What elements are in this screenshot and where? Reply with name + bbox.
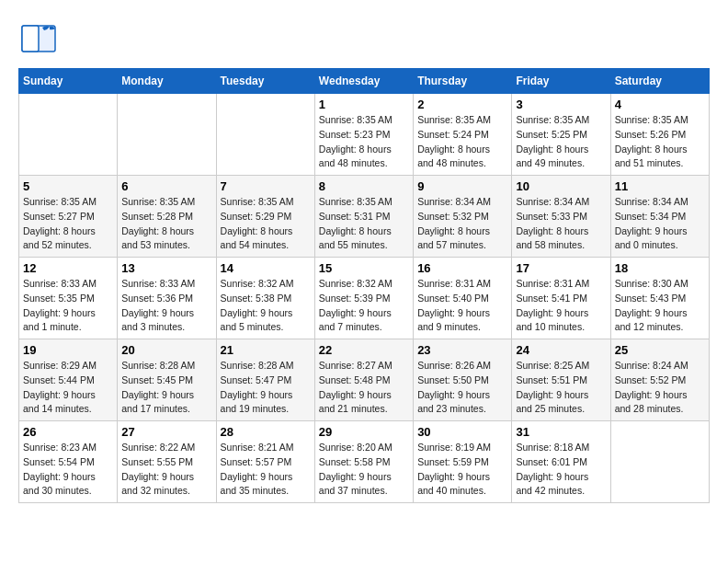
- calendar-cell: 18Sunrise: 8:30 AMSunset: 5:43 PMDayligh…: [610, 258, 709, 339]
- calendar-cell: 8Sunrise: 8:35 AMSunset: 5:31 PMDaylight…: [314, 176, 413, 258]
- day-info: Sunrise: 8:35 AMSunset: 5:26 PMDaylight:…: [615, 113, 705, 171]
- svg-rect-1: [22, 26, 39, 52]
- day-number: 6: [121, 179, 211, 193]
- day-info: Sunrise: 8:35 AMSunset: 5:28 PMDaylight:…: [121, 195, 211, 253]
- weekday-header-row: SundayMondayTuesdayWednesdayThursdayFrid…: [19, 69, 710, 94]
- day-info: Sunrise: 8:35 AMSunset: 5:24 PMDaylight:…: [417, 113, 507, 171]
- day-info: Sunrise: 8:35 AMSunset: 5:25 PMDaylight:…: [516, 113, 606, 171]
- calendar-header: SundayMondayTuesdayWednesdayThursdayFrid…: [19, 69, 710, 94]
- calendar-cell: 27Sunrise: 8:22 AMSunset: 5:55 PMDayligh…: [118, 421, 216, 503]
- calendar-cell: 25Sunrise: 8:24 AMSunset: 5:52 PMDayligh…: [610, 339, 709, 421]
- calendar-cell: 30Sunrise: 8:19 AMSunset: 5:59 PMDayligh…: [414, 421, 512, 503]
- calendar-cell: 21Sunrise: 8:28 AMSunset: 5:47 PMDayligh…: [216, 339, 314, 421]
- day-number: 18: [615, 261, 705, 275]
- day-number: 31: [516, 425, 606, 439]
- calendar-table: SundayMondayTuesdayWednesdayThursdayFrid…: [18, 68, 710, 503]
- calendar-week-3: 12Sunrise: 8:33 AMSunset: 5:35 PMDayligh…: [19, 258, 710, 339]
- calendar-cell: 17Sunrise: 8:31 AMSunset: 5:41 PMDayligh…: [512, 258, 610, 339]
- calendar-cell: 10Sunrise: 8:34 AMSunset: 5:33 PMDayligh…: [512, 176, 610, 258]
- calendar-cell: 7Sunrise: 8:35 AMSunset: 5:29 PMDaylight…: [216, 176, 314, 258]
- day-info: Sunrise: 8:20 AMSunset: 5:58 PMDaylight:…: [319, 441, 409, 499]
- calendar-cell: 5Sunrise: 8:35 AMSunset: 5:27 PMDaylight…: [19, 176, 118, 258]
- day-number: 5: [23, 179, 113, 193]
- day-number: 8: [319, 179, 409, 193]
- calendar-cell: 12Sunrise: 8:33 AMSunset: 5:35 PMDayligh…: [19, 258, 118, 339]
- calendar-cell: 9Sunrise: 8:34 AMSunset: 5:32 PMDaylight…: [414, 176, 512, 258]
- day-info: Sunrise: 8:35 AMSunset: 5:23 PMDaylight:…: [319, 113, 409, 171]
- weekday-header-tuesday: Tuesday: [216, 69, 314, 94]
- day-info: Sunrise: 8:34 AMSunset: 5:34 PMDaylight:…: [615, 195, 705, 253]
- day-number: 20: [121, 343, 211, 357]
- weekday-header-monday: Monday: [118, 69, 216, 94]
- day-number: 22: [319, 343, 409, 357]
- calendar-cell: [610, 421, 709, 503]
- day-number: 26: [23, 425, 113, 439]
- calendar-cell: 14Sunrise: 8:32 AMSunset: 5:38 PMDayligh…: [216, 258, 314, 339]
- day-number: 19: [23, 343, 113, 357]
- calendar-cell: 26Sunrise: 8:23 AMSunset: 5:54 PMDayligh…: [19, 421, 118, 503]
- calendar-cell: 23Sunrise: 8:26 AMSunset: 5:50 PMDayligh…: [414, 339, 512, 421]
- day-info: Sunrise: 8:21 AMSunset: 5:57 PMDaylight:…: [221, 441, 311, 499]
- day-number: 12: [23, 261, 113, 275]
- calendar-cell: 3Sunrise: 8:35 AMSunset: 5:25 PMDaylight…: [512, 94, 610, 176]
- day-info: Sunrise: 8:28 AMSunset: 5:47 PMDaylight:…: [221, 359, 311, 417]
- calendar-cell: 15Sunrise: 8:32 AMSunset: 5:39 PMDayligh…: [314, 258, 413, 339]
- day-info: Sunrise: 8:34 AMSunset: 5:32 PMDaylight:…: [417, 195, 507, 253]
- day-info: Sunrise: 8:33 AMSunset: 5:36 PMDaylight:…: [121, 277, 211, 335]
- day-info: Sunrise: 8:24 AMSunset: 5:52 PMDaylight:…: [615, 359, 705, 417]
- day-info: Sunrise: 8:29 AMSunset: 5:44 PMDaylight:…: [23, 359, 113, 417]
- logo-icon: [18, 18, 59, 59]
- day-number: 4: [615, 98, 705, 111]
- calendar-cell: [216, 94, 314, 176]
- day-number: 17: [516, 261, 606, 275]
- day-number: 23: [417, 343, 507, 357]
- day-number: 9: [417, 179, 507, 193]
- day-info: Sunrise: 8:25 AMSunset: 5:51 PMDaylight:…: [516, 359, 606, 417]
- calendar-week-2: 5Sunrise: 8:35 AMSunset: 5:27 PMDaylight…: [19, 176, 710, 258]
- calendar-cell: [118, 94, 216, 176]
- day-number: 15: [319, 261, 409, 275]
- day-number: 10: [516, 179, 606, 193]
- calendar-cell: 2Sunrise: 8:35 AMSunset: 5:24 PMDaylight…: [414, 94, 512, 176]
- calendar-cell: 19Sunrise: 8:29 AMSunset: 5:44 PMDayligh…: [19, 339, 118, 421]
- calendar-cell: 29Sunrise: 8:20 AMSunset: 5:58 PMDayligh…: [314, 421, 413, 503]
- day-number: 25: [615, 343, 705, 357]
- day-info: Sunrise: 8:22 AMSunset: 5:55 PMDaylight:…: [121, 441, 211, 499]
- day-number: 13: [121, 261, 211, 275]
- weekday-header-wednesday: Wednesday: [314, 69, 413, 94]
- day-info: Sunrise: 8:35 AMSunset: 5:31 PMDaylight:…: [319, 195, 409, 253]
- day-number: 16: [417, 261, 507, 275]
- logo: [18, 18, 63, 59]
- day-info: Sunrise: 8:18 AMSunset: 6:01 PMDaylight:…: [516, 441, 606, 499]
- page-header: [18, 18, 710, 59]
- day-number: 21: [221, 343, 311, 357]
- calendar-cell: 13Sunrise: 8:33 AMSunset: 5:36 PMDayligh…: [118, 258, 216, 339]
- day-info: Sunrise: 8:35 AMSunset: 5:29 PMDaylight:…: [221, 195, 311, 253]
- calendar-cell: 28Sunrise: 8:21 AMSunset: 5:57 PMDayligh…: [216, 421, 314, 503]
- weekday-header-saturday: Saturday: [610, 69, 709, 94]
- calendar-cell: 11Sunrise: 8:34 AMSunset: 5:34 PMDayligh…: [610, 176, 709, 258]
- day-number: 24: [516, 343, 606, 357]
- calendar-week-4: 19Sunrise: 8:29 AMSunset: 5:44 PMDayligh…: [19, 339, 710, 421]
- day-number: 7: [221, 179, 311, 193]
- day-info: Sunrise: 8:33 AMSunset: 5:35 PMDaylight:…: [23, 277, 113, 335]
- day-info: Sunrise: 8:35 AMSunset: 5:27 PMDaylight:…: [23, 195, 113, 253]
- day-info: Sunrise: 8:27 AMSunset: 5:48 PMDaylight:…: [319, 359, 409, 417]
- calendar-week-5: 26Sunrise: 8:23 AMSunset: 5:54 PMDayligh…: [19, 421, 710, 503]
- day-info: Sunrise: 8:23 AMSunset: 5:54 PMDaylight:…: [23, 441, 113, 499]
- day-info: Sunrise: 8:34 AMSunset: 5:33 PMDaylight:…: [516, 195, 606, 253]
- calendar-cell: 16Sunrise: 8:31 AMSunset: 5:40 PMDayligh…: [414, 258, 512, 339]
- day-number: 28: [221, 425, 311, 439]
- day-number: 30: [417, 425, 507, 439]
- day-number: 11: [615, 179, 705, 193]
- calendar-cell: [19, 94, 118, 176]
- calendar-cell: 20Sunrise: 8:28 AMSunset: 5:45 PMDayligh…: [118, 339, 216, 421]
- calendar-week-1: 1Sunrise: 8:35 AMSunset: 5:23 PMDaylight…: [19, 94, 710, 176]
- day-info: Sunrise: 8:31 AMSunset: 5:41 PMDaylight:…: [516, 277, 606, 335]
- day-info: Sunrise: 8:19 AMSunset: 5:59 PMDaylight:…: [417, 441, 507, 499]
- weekday-header-thursday: Thursday: [414, 69, 512, 94]
- day-number: 2: [417, 98, 507, 111]
- day-info: Sunrise: 8:32 AMSunset: 5:39 PMDaylight:…: [319, 277, 409, 335]
- day-number: 3: [516, 98, 606, 111]
- calendar-cell: 6Sunrise: 8:35 AMSunset: 5:28 PMDaylight…: [118, 176, 216, 258]
